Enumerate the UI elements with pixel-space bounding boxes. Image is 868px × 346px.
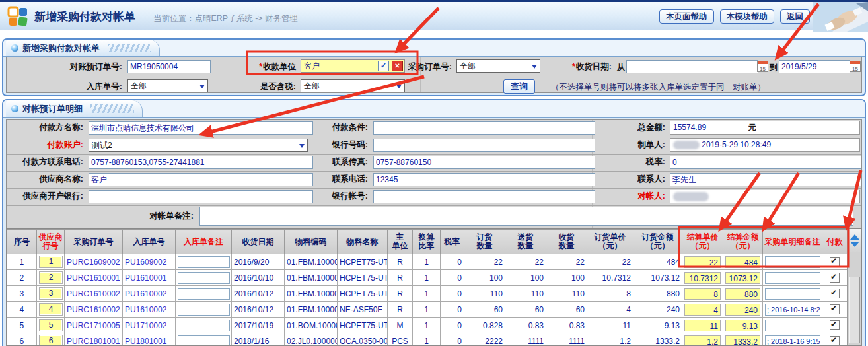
cell-pay[interactable]: ✔ [822,254,848,270]
supplier-name-input[interactable] [89,173,313,186]
remark-cell-input[interactable] [178,272,230,284]
cell-settle_price[interactable]: 4 [682,302,723,318]
payer-name-input[interactable] [89,121,313,135]
payee-select-icon[interactable]: ✓ [378,61,389,71]
remark-cell-input[interactable]: ; 2018-1-16 9:15: [765,335,820,346]
settle-cell-input[interactable]: 1333.2 [725,335,760,346]
settle-cell-input[interactable]: 8 [684,288,721,300]
date-from-input[interactable] [626,60,758,73]
module-help-button[interactable]: 本模块帮助 [720,9,775,24]
settle-cell-input[interactable]: 10.7312 [684,272,721,284]
cell-po_detail_remark[interactable]: ; 2018-1-16 9:15: [763,333,822,346]
cell-settle_price[interactable]: 1.2 [682,333,723,346]
cell-settle_price[interactable]: 22 [682,254,723,270]
cell-po_detail_remark[interactable] [763,286,822,302]
cell-po_detail_remark[interactable] [763,318,822,333]
cell-settle_amount[interactable]: 880 [723,286,763,302]
calendar-icon[interactable]: 15 [850,61,861,72]
cell-pay[interactable]: ✔ [822,286,848,302]
remark-cell-input[interactable] [178,304,230,316]
cell-settle_price[interactable]: 11 [682,318,723,333]
supplier-line-box[interactable]: 3 [39,287,63,300]
remark-cell-input[interactable] [765,320,820,331]
calendar-icon[interactable]: 15 [757,61,768,72]
cell-settle_amount[interactable]: 240 [723,302,763,318]
settle-cell-input[interactable]: 1073.12 [725,272,760,284]
cell-settle_amount[interactable]: 484 [723,254,763,270]
settle-cell-input[interactable]: 1.2 [684,335,721,346]
cell-settle_amount[interactable]: 1073.12 [723,270,763,286]
cell-settle_price[interactable]: 10.7312 [682,270,723,286]
pay-checkbox[interactable]: ✔ [830,304,840,314]
purchase-order-select[interactable]: 全部 [456,59,540,73]
cell-supplier_line[interactable]: 5 [37,318,65,333]
cell-settle_amount[interactable]: 1333.2 [723,333,763,346]
settle-cell-input[interactable]: 484 [725,256,760,268]
cell-pay[interactable]: ✔ [822,270,848,286]
supplier-line-box[interactable]: 4 [39,303,63,316]
remark-cell-input[interactable] [178,335,230,346]
cell-supplier_line[interactable]: 2 [37,270,65,286]
payer-phone-input[interactable] [89,156,313,169]
cell-supplier_line[interactable]: 4 [37,302,65,318]
remark-cell-input[interactable] [765,272,820,284]
settle-cell-input[interactable]: 22 [684,256,721,268]
reserve-no-input[interactable] [127,60,211,73]
scrollbar-thumb[interactable] [849,277,860,343]
cell-inbound_remark[interactable] [176,286,232,302]
supplier-line-box[interactable]: 5 [39,319,63,331]
supplier-line-box[interactable]: 2 [39,271,63,284]
pay-account-select[interactable]: 测试2 [89,139,308,152]
scroll-down-icon[interactable] [850,242,859,247]
settle-cell-input[interactable]: 4 [684,304,721,316]
cell-pay[interactable]: ✔ [822,333,848,346]
cell-inbound_remark[interactable] [176,302,232,318]
remark-textarea[interactable] [200,207,853,225]
payee-field[interactable]: 客户 ✓ ✕ [301,59,405,73]
settle-cell-input[interactable]: 880 [725,288,760,300]
vertical-scrollbar[interactable] [847,229,861,345]
bank-account-input[interactable] [373,190,595,203]
remark-cell-input[interactable] [178,320,230,331]
tax-included-select[interactable]: 全部 [301,79,405,92]
cell-inbound_remark[interactable] [176,333,232,346]
settle-cell-input[interactable]: 9.13 [725,320,760,331]
remark-cell-input[interactable] [178,256,230,268]
remark-cell-input[interactable] [178,288,230,300]
cell-inbound_remark[interactable] [176,270,232,286]
pay-checkbox[interactable]: ✔ [830,336,840,346]
cell-settle_amount[interactable]: 9.13 [723,318,763,333]
cell-po_detail_remark[interactable]: ; 2016-10-14 8:2 [763,302,822,318]
remark-cell-input[interactable] [765,256,820,268]
tax-rate-input[interactable] [670,156,861,169]
settle-cell-input[interactable]: 240 [725,304,760,316]
cell-po_detail_remark[interactable] [763,254,822,270]
cell-po_detail_remark[interactable] [763,270,822,286]
cell-pay[interactable]: ✔ [822,318,848,333]
fax-input[interactable] [373,156,595,169]
date-to-input[interactable] [779,60,850,73]
back-button[interactable]: 返回 [780,9,810,24]
cell-supplier_line[interactable]: 3 [37,286,65,302]
cell-pay[interactable]: ✔ [822,302,848,318]
remark-cell-input[interactable] [765,288,820,300]
contact-input[interactable] [670,173,861,186]
inbound-no-select[interactable]: 全部 [127,79,208,92]
pay-checkbox[interactable]: ✔ [830,257,840,267]
pay-condition-input[interactable] [373,121,595,135]
cell-supplier_line[interactable]: 1 [37,254,65,270]
pay-checkbox[interactable]: ✔ [830,289,840,298]
page-help-button[interactable]: 本页面帮助 [659,9,714,24]
phone-input[interactable] [373,173,595,186]
cell-inbound_remark[interactable] [176,318,232,333]
cell-supplier_line[interactable]: 6 [37,333,65,346]
supplier-bank-input[interactable] [89,190,313,203]
query-button[interactable]: 查询 [503,79,535,94]
scrollbar-buttons[interactable] [848,229,861,252]
pay-checkbox[interactable]: ✔ [830,273,840,283]
remark-cell-input[interactable]: ; 2016-10-14 8:2 [765,304,820,316]
settle-cell-input[interactable]: 11 [684,320,721,331]
supplier-line-box[interactable]: 6 [39,335,63,346]
cell-settle_price[interactable]: 8 [682,286,723,302]
scroll-up-icon[interactable] [850,234,859,240]
